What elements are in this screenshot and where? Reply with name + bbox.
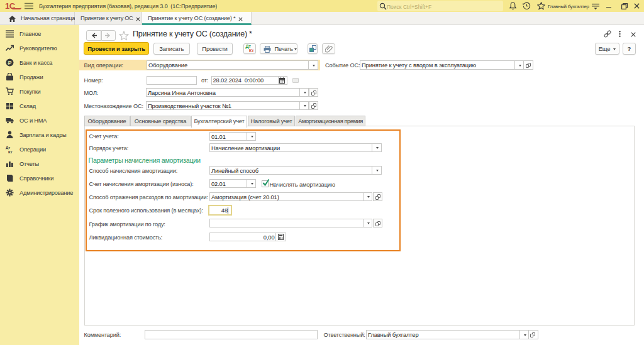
svg-text:Кт: Кт xyxy=(8,150,13,154)
svg-text:P: P xyxy=(8,60,12,66)
svg-text:Дт: Дт xyxy=(6,146,10,150)
